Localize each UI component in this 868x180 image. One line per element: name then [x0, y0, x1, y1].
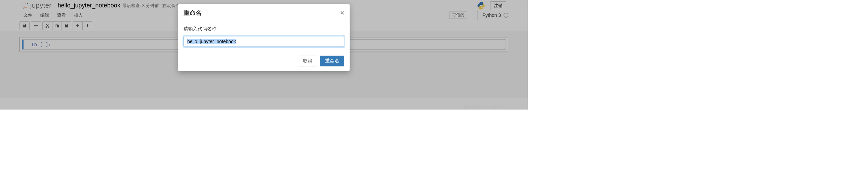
- modal-title: 重命名: [184, 9, 340, 17]
- modal-overlay: 重命名 × 请输入代码名称: 取消 重命名: [0, 0, 528, 109]
- rename-dialog: 重命名 × 请输入代码名称: 取消 重命名: [178, 4, 350, 71]
- rename-input[interactable]: [184, 36, 344, 47]
- source-watermark: https://blog.csdn.net/weixin_44650011: [463, 104, 526, 108]
- cancel-button[interactable]: 取消: [298, 56, 317, 67]
- rename-prompt-label: 请输入代码名称:: [184, 26, 344, 32]
- confirm-rename-button[interactable]: 重命名: [320, 56, 344, 67]
- close-icon[interactable]: ×: [340, 9, 344, 16]
